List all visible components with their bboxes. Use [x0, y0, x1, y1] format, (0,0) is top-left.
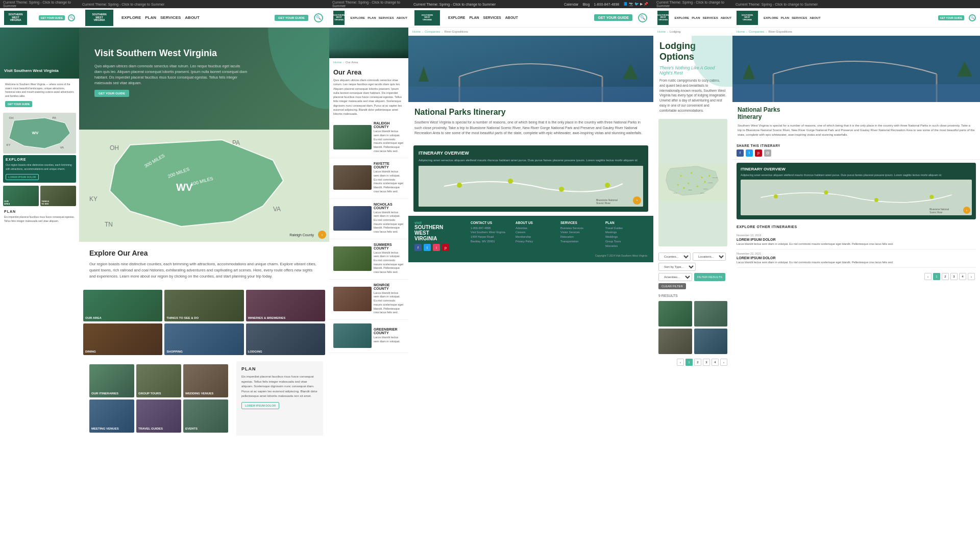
bottom-card-group[interactable]: GROUP TOURS: [136, 364, 181, 397]
search-icon-p4[interactable]: 🔍: [638, 13, 647, 22]
share-em-p6[interactable]: @: [764, 149, 771, 157]
svg-point-33: [683, 187, 684, 189]
monroe-text: Lacus blandit lectus sem diam in volutpa…: [374, 291, 404, 315]
nav-services-p2[interactable]: SERVICES: [160, 15, 181, 20]
clear-filter-btn[interactable]: CLEAR FILTER: [658, 283, 686, 289]
type-filter[interactable]: Sort by Type...: [658, 263, 696, 271]
results-count: 9 RESULTS: [653, 292, 732, 299]
hero-guide-btn-p2[interactable]: GET YOUR GUIDE: [94, 90, 129, 97]
nav-services-p6[interactable]: SERVICES: [792, 16, 807, 19]
bottom-card-events[interactable]: EVENTS: [183, 399, 228, 433]
nav-plan-p5[interactable]: PLAN: [692, 16, 700, 19]
lodging-result-2[interactable]: [694, 301, 728, 327]
top-bar-p5: Current Theme: Spring - Click to change …: [653, 0, 732, 8]
card-lodging-p2[interactable]: LODGING: [246, 323, 325, 355]
plan-lorem-btn-p2[interactable]: LOREM IPSUM DOLOR: [241, 402, 279, 409]
nav-services-p4[interactable]: SERVICES: [483, 16, 501, 19]
bottom-card-travel[interactable]: TRAVEL GUIDES: [136, 399, 181, 433]
page-btn-1-p6[interactable]: 1: [933, 273, 940, 280]
search-icon-p2[interactable]: 🔍: [314, 13, 323, 22]
top-bar-p3: Current Theme: Spring - Click to change …: [329, 0, 408, 8]
bottom-card-wedding[interactable]: WEDDING VENUES: [183, 364, 228, 397]
card-shopping-p2[interactable]: SHOPPING: [164, 323, 243, 355]
nav-about-p2[interactable]: ABOUT: [185, 15, 199, 20]
nav-services-p3[interactable]: SERVICES: [378, 16, 394, 19]
footer-ig-icon[interactable]: i: [433, 244, 440, 251]
nav-bar-p2: SOUTHERNWESTVIRGINIA EXPLORE PLAN SERVIC…: [79, 8, 329, 28]
nav-plan-p4[interactable]: PLAN: [469, 16, 479, 19]
bottom-card-itineraries[interactable]: OUR ITINERARIES: [89, 364, 134, 397]
nav-explore-p4[interactable]: EXPLORE: [448, 16, 465, 19]
page-btn-4[interactable]: 4: [712, 359, 719, 366]
card-our-area-p1[interactable]: OURAREA: [3, 186, 39, 206]
location-filter[interactable]: Locations...: [693, 253, 726, 261]
nav-services-p5[interactable]: SERVICES: [702, 16, 718, 19]
footer-services-col: SERVICES Business Services Visitor Servi…: [560, 221, 602, 248]
county-header-greenbrier: GREENBRIER COUNTY Lacus blandit lectus s…: [333, 323, 404, 348]
page-btn-3-p6[interactable]: 3: [950, 273, 958, 280]
county-filter[interactable]: Counties...: [658, 253, 691, 261]
nav-plan-p2[interactable]: PLAN: [145, 15, 156, 20]
card-wineries-p2[interactable]: WINERIES & BREWERIES: [246, 290, 325, 321]
page-btn-3[interactable]: 3: [703, 359, 710, 366]
nav-plan-p6[interactable]: PLAN: [781, 16, 789, 19]
bottom-card-meeting[interactable]: MEETING VENUES: [89, 399, 134, 433]
map-next-btn-p4[interactable]: ›: [633, 196, 641, 205]
lorem-btn-p1[interactable]: LOREM IPSUM DOLOR: [6, 174, 39, 180]
county-btn-p2[interactable]: ›: [318, 231, 326, 239]
nav-explore-p5[interactable]: EXPLORE: [674, 16, 689, 19]
nav-explore-p3[interactable]: EXPLORE: [350, 16, 365, 19]
footer-tw-icon[interactable]: t: [424, 244, 431, 251]
county-header-monroe: MONROE COUNTY Lacus blandit lectus sem d…: [333, 283, 404, 315]
lodging-map: Beckley Bluefield Princeton Oak Hill Wyt…: [658, 119, 727, 246]
breadcrumb-companies-p6[interactable]: Companies: [749, 30, 764, 33]
page-prev-btn[interactable]: ‹: [677, 359, 684, 366]
filter-results-btn[interactable]: FILTER RESULTS: [694, 273, 725, 281]
footer-fb-icon[interactable]: f: [414, 244, 422, 251]
footer-contact-col: CONTACT US 1-800-847-4898 Visit Southern…: [471, 221, 512, 248]
nav-plan-p3[interactable]: PLAN: [368, 16, 376, 19]
footer-pi-icon[interactable]: p: [442, 244, 449, 251]
svg-marker-0: [9, 118, 70, 148]
card-things-p1[interactable]: THINGSTO SEE: [40, 186, 76, 206]
nav-about-p3[interactable]: ABOUT: [397, 16, 407, 19]
page-prev-btn-p6[interactable]: ‹: [924, 273, 932, 280]
nav-explore-p2[interactable]: EXPLORE: [121, 15, 141, 20]
page-next-btn[interactable]: ›: [720, 359, 727, 366]
get-guide-btn-p4[interactable]: GET YOUR GUIDE: [594, 14, 632, 21]
page-btn-4-p6[interactable]: 4: [959, 273, 966, 280]
card-our-area-p2[interactable]: OUR AREA: [83, 290, 162, 321]
page-next-btn-p6[interactable]: ›: [968, 273, 975, 280]
breadcrumb-home-p3[interactable]: Home: [333, 61, 341, 64]
get-guide-btn-p1[interactable]: GET YOUR GUIDE: [39, 15, 65, 20]
svg-point-47: [874, 198, 878, 202]
amenities-filter[interactable]: Amenities...: [658, 273, 692, 281]
search-icon-p6[interactable]: 🔍: [969, 14, 976, 21]
nav-about-p4[interactable]: ABOUT: [505, 16, 518, 19]
breadcrumb-home-p6[interactable]: Home: [737, 30, 745, 33]
explore-title-p2: Explore Our Area: [89, 249, 319, 257]
lodging-result-1[interactable]: [658, 301, 692, 327]
county-item-greenbrier: GREENBRIER COUNTY Lacus blandit lectus s…: [329, 320, 408, 353]
get-guide-btn-p2[interactable]: GET YOUR GUIDE: [275, 15, 308, 21]
share-tw-p6[interactable]: t: [746, 149, 753, 157]
page-btn-1[interactable]: 1: [685, 359, 693, 366]
get-guide-btn-p6[interactable]: GET YOUR GUIDE: [938, 15, 964, 20]
itin-date-2-p6: November 22, 2021: [737, 252, 976, 255]
breadcrumb-home-p5[interactable]: Home: [657, 30, 666, 33]
get-guide-hero-p1[interactable]: GET YOUR GUIDE: [5, 101, 32, 107]
search-icon-p1[interactable]: 🔍: [68, 14, 75, 21]
breadcrumb-companies-p4[interactable]: Companies: [425, 30, 440, 33]
share-fb-p6[interactable]: f: [737, 149, 744, 157]
nav-about-p6[interactable]: ABOUT: [810, 16, 820, 19]
nav-about-p5[interactable]: ABOUT: [721, 16, 731, 19]
nav-explore-p6[interactable]: EXPLORE: [764, 16, 778, 19]
share-pi-p6[interactable]: p: [755, 149, 762, 157]
lodging-result-3[interactable]: [658, 329, 692, 354]
breadcrumb-home-p4[interactable]: Home: [412, 30, 421, 33]
card-things-p2[interactable]: THINGS TO SEE & DO: [164, 290, 243, 321]
page-btn-2-p6[interactable]: 2: [942, 273, 949, 280]
page-btn-2[interactable]: 2: [694, 359, 701, 366]
card-dining-p2[interactable]: DINING: [83, 323, 162, 355]
lodging-result-4[interactable]: [694, 329, 728, 354]
